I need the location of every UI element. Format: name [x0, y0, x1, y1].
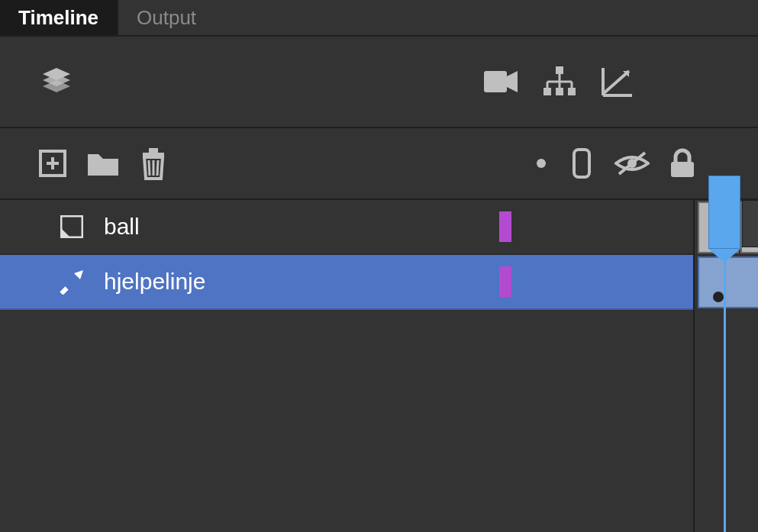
layer-type-guide-icon	[55, 269, 89, 295]
camera-icon[interactable]	[473, 59, 531, 105]
active-layer-indicator-dot	[537, 159, 546, 168]
svg-rect-29	[60, 286, 68, 295]
layer-name: ball	[104, 214, 140, 240]
svg-rect-26	[671, 162, 694, 177]
svg-marker-28	[61, 228, 70, 237]
layer-type-normal-icon	[55, 215, 89, 238]
delete-layer-button[interactable]	[128, 144, 179, 182]
layer-name: hjelpelinje	[104, 269, 205, 295]
panel-tabbar: Timeline Output	[0, 0, 758, 37]
svg-marker-2	[43, 80, 70, 92]
tab-output[interactable]: Output	[118, 0, 214, 35]
tab-timeline[interactable]: Timeline	[0, 0, 118, 35]
svg-line-22	[157, 160, 158, 176]
layer-color-chip[interactable]	[499, 211, 511, 242]
svg-rect-23	[574, 150, 589, 177]
timeline-top-toolbar	[0, 37, 758, 127]
outline-toggle-icon[interactable]	[556, 144, 607, 182]
frame-cell[interactable]	[698, 202, 739, 253]
graph-icon[interactable]	[589, 59, 647, 105]
svg-rect-7	[556, 88, 563, 95]
layer-color-chip[interactable]	[499, 266, 511, 297]
svg-rect-6	[544, 88, 551, 95]
svg-rect-5	[556, 66, 563, 74]
timeline-frames-area[interactable]	[693, 200, 758, 532]
layer-row-hjelpelinje[interactable]: hjelpelinje	[0, 255, 693, 310]
layer-list: ball hjelpelinje	[0, 200, 693, 532]
frame-cell-selected[interactable]	[698, 256, 758, 308]
svg-rect-19	[149, 148, 158, 153]
layer-row-ball[interactable]: ball	[0, 200, 693, 255]
svg-rect-18	[143, 153, 164, 156]
timeline-body: ball hjelpelinje	[0, 200, 758, 532]
visibility-toggle-icon[interactable]	[607, 144, 657, 182]
layers-mode-icon[interactable]	[27, 59, 85, 105]
svg-marker-4	[507, 71, 518, 92]
svg-line-20	[149, 160, 150, 176]
timeline-ruler-fragment[interactable]	[742, 200, 758, 247]
lock-toggle-icon[interactable]	[657, 144, 708, 182]
new-layer-button[interactable]	[27, 144, 78, 182]
hierarchy-icon[interactable]	[531, 59, 589, 105]
svg-rect-3	[484, 71, 507, 92]
svg-rect-8	[568, 88, 576, 95]
layer-toolbar	[0, 128, 758, 198]
new-folder-button[interactable]	[78, 144, 128, 182]
